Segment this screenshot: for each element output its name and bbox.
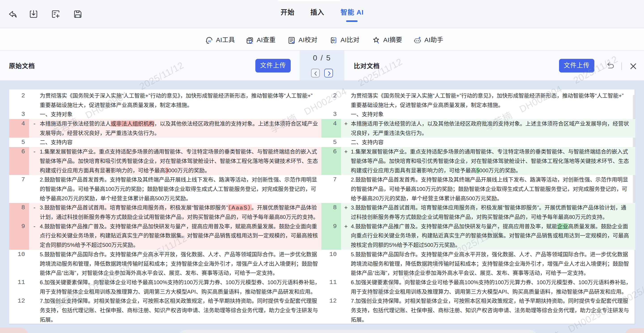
svg-text:AI: AI (208, 40, 211, 43)
